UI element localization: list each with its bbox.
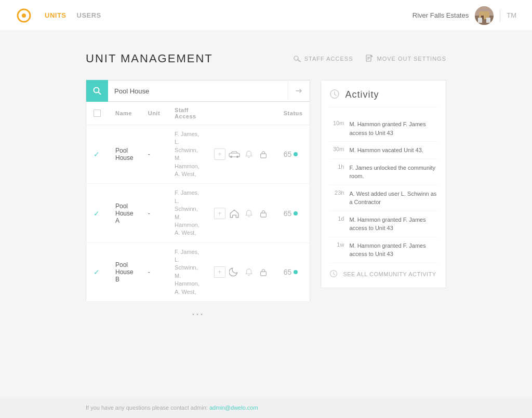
move-out-action[interactable]: MOVE OUT SETTINGS <box>365 55 446 63</box>
th-staff-access: Staff Access <box>167 102 207 125</box>
bell-icon-2 <box>243 266 255 278</box>
th-checkbox <box>86 102 109 125</box>
activity-time: 1h <box>329 164 344 181</box>
toolbar-actions: STAFF ACCESS MOVE OUT SETTINGS <box>293 55 446 63</box>
row-checkbox-cell: ✓ <box>86 242 109 301</box>
device-icon-0 <box>229 149 240 160</box>
table-row: ✓ Pool House - F. James, L. Schwinn, M. … <box>86 125 310 184</box>
activity-item: 30m M. Hammon vacated Unit 43. <box>329 142 437 159</box>
status-number: 65 <box>284 209 292 218</box>
header: UNITS USERS River Falls Estates TM <box>0 0 532 31</box>
device-icon-1 <box>229 208 240 219</box>
svg-rect-6 <box>478 18 482 23</box>
loading-indicator: ⋯ <box>86 302 310 327</box>
table-row: ✓ Pool House B - F. James, L. Schwinn, M… <box>86 242 310 301</box>
row-check-icon: ✓ <box>94 209 100 218</box>
activity-item: 1h F. James unlocked the community room. <box>329 159 437 185</box>
activity-time: 1d <box>329 215 344 233</box>
svg-rect-7 <box>486 18 490 23</box>
unit-table-body: ✓ Pool House - F. James, L. Schwinn, M. … <box>86 125 310 302</box>
row-access-icons: + <box>207 242 276 301</box>
lock-icon-0 <box>258 149 269 160</box>
activity-text: M. Hammon granted F. James access to Uni… <box>349 120 437 137</box>
home-icon <box>229 208 240 219</box>
th-unit: Unit <box>141 102 167 125</box>
row-status: 65 <box>276 242 310 301</box>
table-header-row: Name Unit Staff Access Status <box>86 102 310 125</box>
activity-time: 30m <box>329 146 344 155</box>
activity-panel: Activity 10m M. Hammon granted F. James … <box>321 80 446 327</box>
activity-clock-icon <box>329 89 340 101</box>
footer-contact-text: If you have any questions please contact… <box>86 404 208 411</box>
row-unit: - <box>141 184 167 242</box>
row-checkbox-cell: ✓ <box>86 184 109 242</box>
activity-text: M. Hammon granted F. James access to Uni… <box>349 215 437 233</box>
row-staff: F. James, L. Schwinn, M. Hammon, A. West… <box>167 184 207 242</box>
user-initials: TM <box>507 11 516 19</box>
move-out-icon <box>365 55 374 63</box>
activity-time: 1w <box>329 241 344 259</box>
page-title-row: UNIT MANAGEMENT STAFF ACCESS <box>86 52 446 65</box>
svg-point-1 <box>22 14 26 18</box>
add-access-button[interactable]: + <box>214 266 225 278</box>
svg-line-25 <box>335 94 336 96</box>
activity-item: 10m M. Hammon granted F. James access to… <box>329 116 437 142</box>
see-all-icon <box>329 269 338 279</box>
device-icon-2 <box>229 266 240 278</box>
row-name: Pool House A <box>108 184 141 242</box>
svg-point-8 <box>294 56 298 60</box>
move-out-label: MOVE OUT SETTINGS <box>377 56 446 62</box>
nav-units[interactable]: UNITS <box>45 11 66 19</box>
add-access-button[interactable]: + <box>214 208 225 219</box>
staff-access-action[interactable]: STAFF ACCESS <box>293 55 353 63</box>
svg-point-18 <box>230 156 232 158</box>
row-staff: F. James, L. Schwinn, M. Hammon, A. West… <box>167 125 207 184</box>
moon-icon <box>229 267 240 277</box>
th-icons <box>207 102 276 125</box>
activity-time: 23h <box>329 190 344 207</box>
row-check-icon: ✓ <box>94 268 100 276</box>
svg-line-28 <box>334 274 335 275</box>
table-row: ✓ Pool House A - F. James, L. Schwinn, M… <box>86 184 310 242</box>
footer: If you have any questions please contact… <box>0 397 532 418</box>
row-access-icons: + <box>207 125 276 184</box>
lock-icon-2 <box>258 266 269 278</box>
activity-time: 10m <box>329 120 344 137</box>
app-logo[interactable] <box>16 7 32 24</box>
main-nav: UNITS USERS <box>45 11 101 19</box>
th-status: Status <box>276 102 310 125</box>
search-bar <box>86 80 310 102</box>
svg-rect-22 <box>260 272 266 276</box>
page-title: UNIT MANAGEMENT <box>86 52 213 65</box>
activity-item: 1w M. Hammon granted F. James access to … <box>329 237 437 263</box>
activity-item: 1d M. Hammon granted F. James access to … <box>329 211 437 237</box>
main-content: UNIT MANAGEMENT STAFF ACCESS <box>0 31 532 347</box>
search-enter-icon[interactable] <box>288 80 310 102</box>
unit-table: Name Unit Staff Access Status ✓ Pool Hou… <box>86 102 310 302</box>
search-icon <box>92 86 102 96</box>
car-icon <box>229 150 240 158</box>
header-right: River Falls Estates TM <box>413 6 516 25</box>
key-icon <box>293 55 301 63</box>
header-divider <box>500 9 500 22</box>
lock-icon-1 <box>258 208 269 219</box>
th-name: Name <box>108 102 141 125</box>
content-area: Name Unit Staff Access Status ✓ Pool Hou… <box>86 80 446 327</box>
avatar[interactable] <box>475 6 494 25</box>
row-check-icon: ✓ <box>94 150 100 158</box>
row-unit: - <box>141 125 167 184</box>
header-checkbox[interactable] <box>94 110 101 117</box>
activity-text: M. Hammon granted F. James access to Uni… <box>349 241 437 259</box>
svg-rect-21 <box>260 213 266 217</box>
nav-users[interactable]: USERS <box>77 11 101 19</box>
add-access-button[interactable]: + <box>214 149 225 160</box>
see-all-activity[interactable]: SEE ALL COMMUNITY ACTIVITY <box>329 263 437 279</box>
footer-email-link[interactable]: admin@dwelo.com <box>209 404 258 411</box>
status-number: 65 <box>284 150 292 158</box>
activity-title: Activity <box>345 89 379 100</box>
header-left: UNITS USERS <box>16 7 101 24</box>
status-dot <box>294 152 298 156</box>
search-input[interactable] <box>108 80 288 101</box>
activity-text: F. James unlocked the community room. <box>349 164 437 181</box>
svg-point-19 <box>236 156 238 158</box>
